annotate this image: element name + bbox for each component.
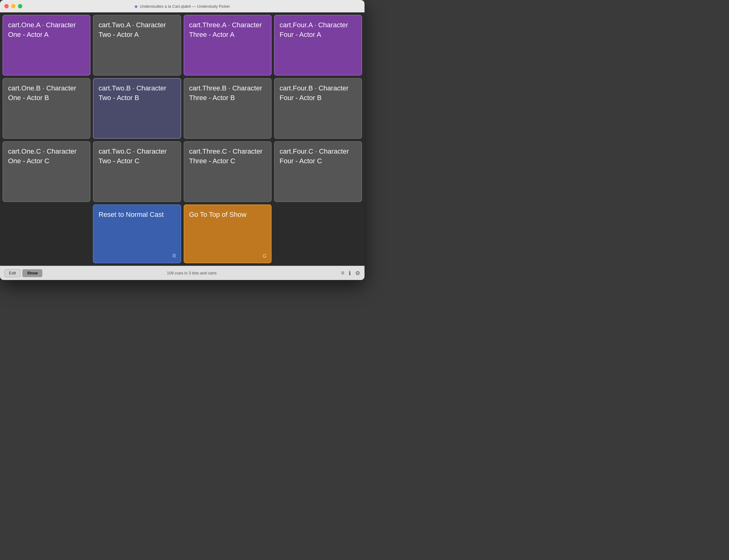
cell-label: cart.Two.A · Character Two - Actor A: [98, 20, 175, 40]
cell-label: cart.Two.C · Character Two - Actor C: [98, 147, 175, 166]
empty-cell-left: [2, 204, 90, 263]
toolbar-left: Edit Show: [4, 269, 42, 277]
reset-normal-cast-button[interactable]: Reset to Normal Cast R: [93, 204, 181, 263]
cell-cart-two-a[interactable]: cart.Two.A · Character Two - Actor A: [93, 15, 181, 76]
maximize-button[interactable]: [18, 4, 22, 8]
cell-cart-four-b[interactable]: cart.Four.B · Character Four - Actor B: [274, 78, 362, 139]
show-button[interactable]: Show: [22, 269, 42, 277]
cell-cart-one-c[interactable]: cart.One.C · Character One - Actor C: [2, 141, 90, 202]
title-icon: ◆: [134, 4, 138, 9]
reset-label: Reset to Normal Cast: [98, 210, 175, 220]
info-icon[interactable]: ℹ: [349, 270, 351, 277]
cell-label: cart.Four.A · Character Four - Actor A: [280, 20, 356, 40]
cell-label: cart.Four.B · Character Four - Actor B: [280, 84, 356, 103]
settings-icon[interactable]: ⚙: [355, 270, 360, 277]
cell-label: cart.One.A · Character One - Actor A: [8, 20, 85, 40]
cell-cart-four-a[interactable]: cart.Four.A · Character Four - Actor A: [274, 15, 362, 76]
cell-cart-one-a[interactable]: cart.One.A · Character One - Actor A: [2, 15, 90, 76]
window-controls[interactable]: [4, 4, 22, 8]
list-icon[interactable]: ≡: [341, 270, 344, 276]
cell-label: cart.Three.A · Character Three - Actor A: [189, 20, 266, 40]
reset-key: R: [172, 253, 176, 259]
cell-label: cart.Four.C · Character Four - Actor C: [280, 147, 356, 166]
goto-label: Go To Top of Show: [189, 210, 266, 220]
window-title: Understudies a la Cart.qlab4 — Understud…: [140, 4, 230, 9]
title-bar: ◆ Understudies a la Cart.qlab4 — Underst…: [0, 0, 365, 12]
edit-button[interactable]: Edit: [4, 269, 20, 277]
cue-grid: cart.One.A · Character One - Actor A car…: [2, 15, 362, 202]
cell-cart-three-a[interactable]: cart.Three.A · Character Three - Actor A: [184, 15, 272, 76]
toolbar-right: ≡ ℹ ⚙: [341, 270, 360, 277]
cell-cart-three-b[interactable]: cart.Three.B · Character Three - Actor B: [184, 78, 272, 139]
goto-key: G: [263, 253, 266, 259]
cell-cart-four-c[interactable]: cart.Four.C · Character Four - Actor C: [274, 141, 362, 202]
close-button[interactable]: [4, 4, 9, 8]
cell-cart-one-b[interactable]: cart.One.B · Character One - Actor B: [2, 78, 90, 139]
go-to-top-button[interactable]: Go To Top of Show G: [184, 204, 272, 263]
cell-label: cart.One.C · Character One - Actor C: [8, 147, 85, 166]
title-bar-text: ◆ Understudies a la Cart.qlab4 — Underst…: [134, 4, 230, 9]
cell-label: cart.Two.B · Character Two - Actor B: [98, 84, 175, 103]
empty-cell-right: [274, 204, 362, 263]
toolbar: Edit Show 109 cues in 3 lists and carts …: [0, 266, 365, 280]
minimize-button[interactable]: [11, 4, 15, 8]
bottom-row: Reset to Normal Cast R Go To Top of Show…: [2, 204, 362, 263]
cell-cart-three-c[interactable]: cart.Three.C · Character Three - Actor C: [184, 141, 272, 202]
cell-label: cart.Three.C · Character Three - Actor C: [189, 147, 266, 166]
cell-label: cart.One.B · Character One - Actor B: [8, 84, 85, 103]
cell-cart-two-b[interactable]: cart.Two.B · Character Two - Actor B: [93, 78, 181, 139]
main-content: cart.One.A · Character One - Actor A car…: [0, 12, 365, 266]
cell-cart-two-c[interactable]: cart.Two.C · Character Two - Actor C: [93, 141, 181, 202]
status-text: 109 cues in 3 lists and carts: [167, 271, 216, 275]
cell-label: cart.Three.B · Character Three - Actor B: [189, 84, 266, 103]
